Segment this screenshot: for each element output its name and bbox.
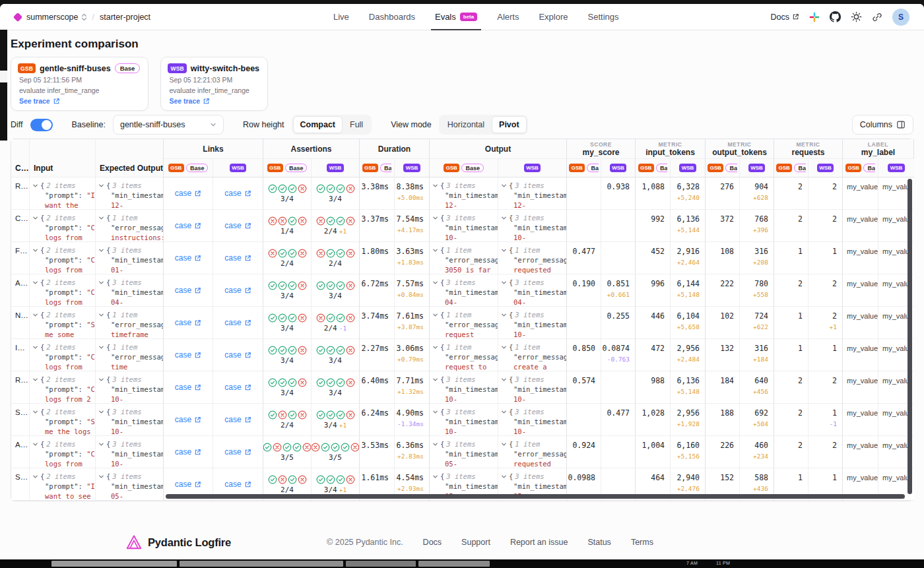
- value: 1: [798, 473, 803, 482]
- link-icon[interactable]: [872, 12, 882, 22]
- expand-chevron-icon[interactable]: [32, 441, 38, 447]
- footer-link-status[interactable]: Status: [587, 538, 610, 547]
- expand-chevron-icon[interactable]: [432, 441, 438, 447]
- expand-chevron-icon[interactable]: [98, 441, 104, 447]
- expand-chevron-icon[interactable]: [501, 474, 507, 480]
- expand-chevron-icon[interactable]: [432, 183, 438, 189]
- case-link[interactable]: case: [175, 415, 201, 424]
- expand-chevron-icon[interactable]: [432, 215, 438, 221]
- footer-link-report-an-issue[interactable]: Report an issue: [510, 538, 568, 547]
- tab-evals[interactable]: Evalsbeta: [435, 4, 477, 30]
- case-link[interactable]: case: [224, 447, 251, 457]
- expand-chevron-icon[interactable]: [32, 183, 38, 189]
- value: 904: [754, 182, 768, 191]
- expand-chevron-icon[interactable]: [501, 409, 507, 415]
- expand-chevron-icon[interactable]: [501, 183, 507, 189]
- baseline-select[interactable]: gentle-sniff-buses: [113, 115, 224, 135]
- view-mode-toggle-option-pivot[interactable]: Pivot: [492, 116, 527, 133]
- case-link[interactable]: case: [224, 189, 251, 198]
- expand-chevron-icon[interactable]: [501, 215, 507, 221]
- case-link[interactable]: case: [224, 480, 251, 489]
- expand-chevron-icon[interactable]: [32, 409, 38, 415]
- expand-chevron-icon[interactable]: [432, 474, 438, 480]
- expand-chevron-icon[interactable]: [501, 377, 507, 383]
- case-link[interactable]: case: [224, 318, 251, 327]
- expand-chevron-icon[interactable]: [98, 312, 104, 318]
- horizontal-scrollbar[interactable]: [166, 494, 905, 499]
- expand-chevron-icon[interactable]: [501, 441, 507, 447]
- expand-chevron-icon[interactable]: [98, 377, 104, 383]
- case-link[interactable]: case: [224, 415, 251, 424]
- expand-chevron-icon[interactable]: [432, 377, 438, 383]
- expand-chevron-icon[interactable]: [501, 312, 507, 318]
- case-link[interactable]: case: [224, 221, 251, 230]
- tab-alerts[interactable]: Alerts: [497, 4, 519, 30]
- json-key: "min_timestamp: [111, 482, 164, 490]
- tab-explore[interactable]: Explore: [539, 4, 568, 30]
- tab-live[interactable]: Live: [333, 4, 349, 30]
- user-avatar[interactable]: S: [892, 9, 909, 26]
- case-link[interactable]: case: [224, 286, 251, 295]
- expand-chevron-icon[interactable]: [432, 312, 438, 318]
- row-height-toggle-option-compact[interactable]: Compact: [293, 116, 343, 133]
- vertical-scrollbar[interactable]: [908, 179, 912, 494]
- pass-icon: [278, 249, 287, 258]
- item-count: 1 item: [112, 213, 137, 223]
- value: 3.74ms: [361, 311, 389, 321]
- view-mode-toggle-option-horizontal[interactable]: Horizontal: [440, 116, 492, 133]
- case-link[interactable]: case: [175, 286, 201, 295]
- see-trace-link[interactable]: See trace: [18, 97, 140, 105]
- expand-chevron-icon[interactable]: [432, 280, 438, 286]
- expand-chevron-icon[interactable]: [98, 344, 104, 350]
- expand-chevron-icon[interactable]: [432, 247, 438, 253]
- slack-icon[interactable]: [809, 12, 820, 22]
- case-link[interactable]: case: [175, 189, 201, 198]
- footer-link-terms[interactable]: Terms: [631, 538, 653, 547]
- expand-chevron-icon[interactable]: [501, 344, 507, 350]
- expand-chevron-icon[interactable]: [32, 312, 38, 318]
- case-link[interactable]: case: [175, 221, 201, 230]
- row-height-toggle-option-full[interactable]: Full: [343, 116, 370, 133]
- expand-chevron-icon[interactable]: [98, 215, 104, 221]
- expand-chevron-icon[interactable]: [32, 247, 38, 253]
- case-link[interactable]: case: [175, 447, 201, 457]
- expand-chevron-icon[interactable]: [32, 280, 38, 286]
- columns-button[interactable]: Columns: [852, 115, 913, 135]
- json-line: "min_timestamp: [501, 417, 566, 427]
- theme-icon[interactable]: [851, 11, 862, 22]
- github-icon[interactable]: [830, 11, 841, 22]
- case-link[interactable]: case: [224, 350, 251, 360]
- value: 640: [754, 376, 768, 385]
- case-link[interactable]: case: [224, 253, 251, 263]
- expand-chevron-icon[interactable]: [32, 474, 38, 480]
- case-link[interactable]: case: [175, 480, 201, 489]
- case-link[interactable]: case: [175, 253, 201, 263]
- tab-settings[interactable]: Settings: [588, 4, 619, 30]
- brace: {: [40, 472, 44, 482]
- project-name[interactable]: starter-project: [100, 13, 150, 22]
- org-switcher[interactable]: summerscope: [26, 13, 87, 22]
- case-link[interactable]: case: [175, 383, 201, 392]
- expand-chevron-icon[interactable]: [432, 344, 438, 350]
- expand-chevron-icon[interactable]: [501, 280, 507, 286]
- docs-link[interactable]: Docs: [771, 13, 799, 22]
- expand-chevron-icon[interactable]: [32, 377, 38, 383]
- expand-chevron-icon[interactable]: [98, 247, 104, 253]
- case-link[interactable]: case: [224, 383, 251, 392]
- expand-chevron-icon[interactable]: [98, 409, 104, 415]
- footer-link-support[interactable]: Support: [461, 538, 490, 547]
- expand-chevron-icon[interactable]: [98, 183, 104, 189]
- case-link[interactable]: case: [175, 350, 201, 360]
- tab-dashboards[interactable]: Dashboards: [369, 4, 415, 30]
- expand-chevron-icon[interactable]: [98, 474, 104, 480]
- duration-cell-gsb: 3.38ms: [360, 177, 395, 210]
- expand-chevron-icon[interactable]: [501, 247, 507, 253]
- expand-chevron-icon[interactable]: [98, 280, 104, 286]
- footer-link-docs[interactable]: Docs: [423, 538, 442, 547]
- expand-chevron-icon[interactable]: [432, 409, 438, 415]
- expand-chevron-icon[interactable]: [32, 344, 38, 350]
- diff-toggle[interactable]: [30, 119, 53, 131]
- case-link[interactable]: case: [175, 318, 201, 327]
- see-trace-link[interactable]: See trace: [168, 97, 259, 105]
- expand-chevron-icon[interactable]: [32, 215, 38, 221]
